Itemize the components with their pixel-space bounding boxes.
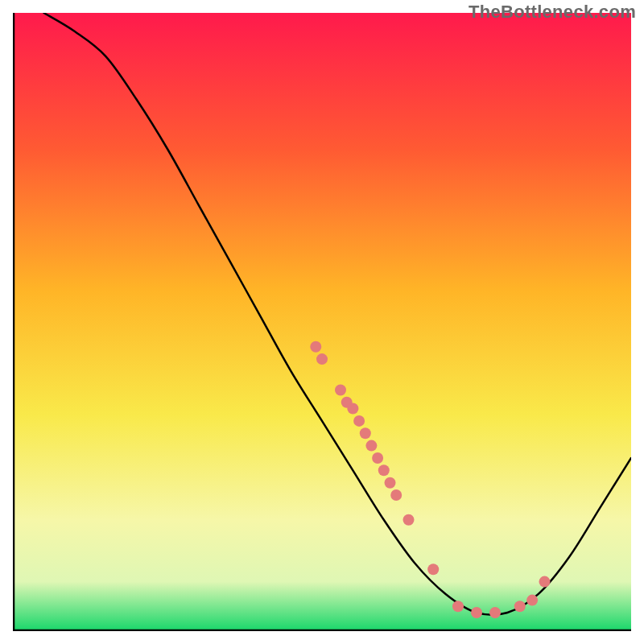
axes-svg: [13, 13, 631, 631]
watermark-text: TheBottleneck.com: [469, 2, 636, 23]
axis-frame: [14, 13, 631, 630]
chart-root: TheBottleneck.com: [0, 0, 644, 644]
plot-area: [13, 13, 631, 631]
